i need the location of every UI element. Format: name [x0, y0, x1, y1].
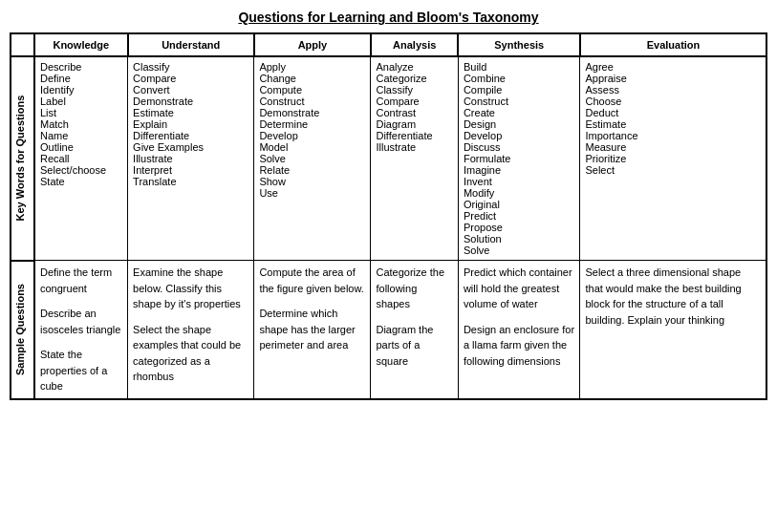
sample-synthesis: Predict which container will hold the gr…	[458, 261, 580, 399]
sample-analysis: Categorize the following shapesDiagram t…	[371, 261, 458, 399]
header-apply: Apply	[254, 33, 371, 56]
keywords-row-label: Key Words for Questions	[11, 56, 34, 261]
header-analysis: Analysis	[371, 33, 458, 56]
samples-row-label: Sample Questions	[11, 261, 34, 399]
sample-understand: Examine the shape below. Classify this s…	[128, 261, 254, 399]
keywords-apply: ApplyChangeComputeConstructDemonstrateDe…	[254, 56, 371, 261]
page-title: Questions for Learning and Bloom's Taxon…	[10, 10, 767, 25]
sample-knowledge: Define the term congruentDescribe an iso…	[34, 261, 128, 399]
header-synthesis: Synthesis	[458, 33, 580, 56]
header-evaluation: Evaluation	[580, 33, 766, 56]
keywords-synthesis: BuildCombineCompileConstructCreateDesign…	[458, 56, 580, 261]
header-knowledge: Knowledge	[34, 33, 128, 56]
sample-evaluation: Select a three dimensional shape that wo…	[580, 261, 766, 399]
keywords-understand: ClassifyCompareConvertDemonstrateEstimat…	[128, 56, 254, 261]
header-understand: Understand	[128, 33, 254, 56]
samples-row: Sample Questions Define the term congrue…	[11, 261, 766, 399]
header-blank	[11, 33, 34, 56]
keywords-analysis: AnalyzeCategorizeClassifyCompareContrast…	[371, 56, 458, 261]
keywords-evaluation: AgreeAppraiseAssessChooseDeductEstimateI…	[580, 56, 766, 261]
sample-apply: Compute the area of the figure given bel…	[254, 261, 371, 399]
keywords-knowledge: DescribeDefineIdentifyLabelListMatchName…	[34, 56, 128, 261]
keywords-row: Key Words for Questions DescribeDefineId…	[11, 56, 766, 261]
